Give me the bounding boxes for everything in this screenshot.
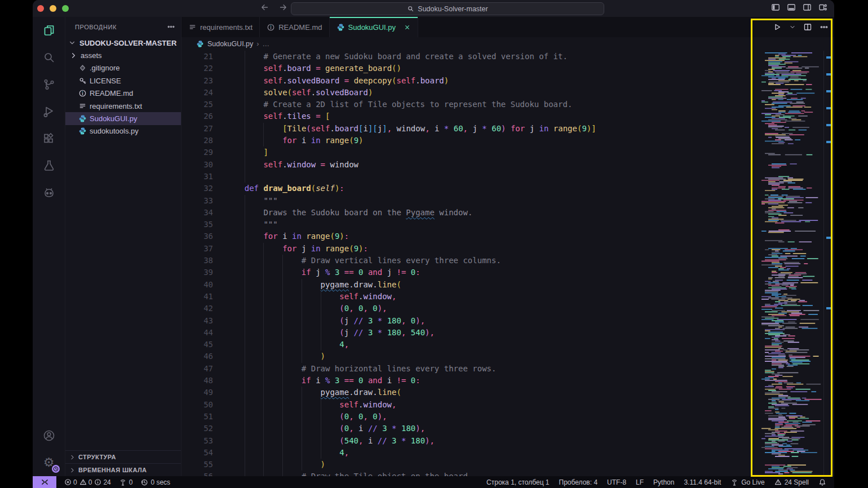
code-line-56[interactable]: 56 # Draw the Tile object on the board.: [181, 471, 755, 476]
status-item-bell[interactable]: [818, 478, 826, 486]
command-center-search[interactable]: Sudoku-Solver-master: [291, 2, 604, 15]
file-tree-item-sudokutools-py[interactable]: sudokutools.py: [65, 125, 181, 137]
file-tree-item-readme-md[interactable]: README.md: [65, 87, 181, 100]
line-content: (j // 3 * 180, 540),: [225, 327, 755, 339]
tab-sudokugui-py[interactable]: SudokuGUI.py: [330, 17, 419, 37]
code-line-27[interactable]: 27 [Tile(self.board[i][j], window, i * 6…: [181, 123, 755, 135]
minimap[interactable]: [759, 51, 824, 476]
run-icon[interactable]: [773, 23, 782, 32]
status-item-lf[interactable]: LF: [636, 478, 644, 486]
activity-account-icon[interactable]: [33, 422, 65, 449]
layout-panel-icon[interactable]: [787, 3, 796, 12]
remote-indicator-button[interactable]: [33, 476, 56, 488]
close-tab-icon[interactable]: [404, 24, 411, 31]
code-line-49[interactable]: 49 pygame.draw.line(: [181, 387, 755, 398]
code-line-25[interactable]: 25 # Create a 2D list of Tile objects to…: [181, 99, 755, 110]
status-item-python[interactable]: Python: [653, 478, 674, 486]
forward-icon[interactable]: [278, 3, 287, 12]
timer-status[interactable]: 0 secs: [140, 478, 170, 486]
code-line-41[interactable]: 41 self.window,: [181, 291, 755, 303]
code-line-52[interactable]: 52 (0, i // 3 * 180),: [181, 423, 755, 434]
minimize-window-button[interactable]: [50, 5, 56, 12]
code-line-33[interactable]: 33 """: [181, 195, 755, 207]
indent-guide: [302, 279, 302, 291]
code-line-34[interactable]: 34 Draws the Sudoku board on the Pygame …: [181, 207, 755, 219]
tab-requirements-txt[interactable]: requirements.txt: [181, 17, 260, 37]
file-tree-item-sudokugui-py[interactable]: SudokuGUI.py: [65, 112, 181, 125]
code-line-46[interactable]: 46 ): [181, 351, 755, 362]
breadcrumb[interactable]: SudokuGUI.py › …: [181, 37, 834, 51]
status-item-пробелов-4[interactable]: Пробелов: 4: [559, 478, 598, 486]
layout-sidebar-right-icon[interactable]: [803, 3, 812, 12]
back-icon[interactable]: [260, 3, 269, 12]
activity-extensions-icon[interactable]: [33, 125, 65, 152]
problems-status[interactable]: 0 0 24: [64, 478, 111, 486]
file-tree: assets.gitignoreLICENSEREADME.mdrequirem…: [65, 49, 181, 137]
status-item-строка-1-столбец-1[interactable]: Строка 1, столбец 1: [486, 478, 549, 486]
status-item-24-spell[interactable]: 24 Spell: [774, 478, 809, 486]
breadcrumb-more[interactable]: …: [262, 40, 269, 48]
activity-files-icon[interactable]: [33, 17, 65, 44]
tab-readme-md[interactable]: README.md: [260, 17, 329, 37]
code-line-45[interactable]: 45 4,: [181, 339, 755, 351]
indent-guide: [282, 255, 283, 267]
layout-customize-icon[interactable]: [818, 3, 827, 12]
zoom-window-button[interactable]: [62, 5, 69, 12]
code-line-44[interactable]: 44 (j // 3 * 180, 540),: [181, 327, 755, 339]
code-line-50[interactable]: 50 self.window,: [181, 399, 755, 411]
sidebar-section-временная-шкала[interactable]: ВРЕМЕННАЯ ШКАЛА: [65, 463, 181, 476]
explorer-title: ПРОВОДНИК: [75, 24, 117, 30]
file-tree-item-requirements-txt[interactable]: requirements.txt: [65, 100, 181, 112]
code-line-39[interactable]: 39 if j % 3 == 0 and j != 0:: [181, 267, 755, 278]
code-editor[interactable]: 21 # Generate a new Sudoku board and cre…: [181, 51, 834, 476]
code-line-23[interactable]: 23 self.solvedBoard = deepcopy(self.boar…: [181, 75, 755, 87]
tree-root-folder[interactable]: SUDOKU-SOLVER-MASTER: [65, 37, 181, 49]
code-line-40[interactable]: 40 pygame.draw.line(: [181, 279, 755, 291]
code-line-21[interactable]: 21 # Generate a new Sudoku board and cre…: [181, 51, 755, 63]
code-line-28[interactable]: 28 for i in range(9): [181, 135, 755, 147]
code-line-43[interactable]: 43 (j // 3 * 180, 0),: [181, 315, 755, 327]
sidebar-section-структура[interactable]: СТРУКТУРА: [65, 450, 181, 463]
status-item-3-11-4-64-bit[interactable]: 3.11.4 64-bit: [684, 478, 721, 486]
code-line-35[interactable]: 35 """: [181, 219, 755, 230]
code-line-48[interactable]: 48 if i % 3 == 0 and i != 0:: [181, 375, 755, 387]
activity-robot-icon[interactable]: [33, 179, 65, 206]
code-line-24[interactable]: 24 solve(self.solvedBoard): [181, 87, 755, 99]
status-item-utf-8[interactable]: UTF-8: [607, 478, 626, 486]
code-line-26[interactable]: 26 self.tiles = [: [181, 110, 755, 122]
code-line-42[interactable]: 42 (0, 0, 0),: [181, 303, 755, 314]
code-line-54[interactable]: 54 4,: [181, 447, 755, 459]
file-tree-item--gitignore[interactable]: .gitignore: [65, 62, 181, 74]
code-line-32[interactable]: 32 def draw_board(self):: [181, 183, 755, 194]
code-line-51[interactable]: 51 (0, 0, 0),: [181, 411, 755, 423]
activity-testing-icon[interactable]: [33, 152, 65, 179]
activity-search-icon[interactable]: [33, 44, 65, 71]
layout-sidebar-left-icon[interactable]: [771, 3, 780, 12]
split-editor-icon[interactable]: [803, 23, 812, 32]
breadcrumb-file[interactable]: SudokuGUI.py: [207, 40, 253, 48]
code-line-31[interactable]: 31: [181, 171, 755, 183]
code-line-37[interactable]: 37 for j in range(9):: [181, 243, 755, 255]
kebab-icon[interactable]: [820, 23, 829, 32]
chevron-down-icon[interactable]: [789, 24, 796, 30]
explorer-more-actions-icon[interactable]: [167, 23, 175, 31]
code-line-30[interactable]: 30 self.window = window: [181, 159, 755, 171]
activity-run-debug-icon[interactable]: [33, 98, 65, 125]
code-line-29[interactable]: 29 ]: [181, 147, 755, 158]
code-line-22[interactable]: 22 self.board = generate_board(): [181, 63, 755, 74]
activity-settings-gear-icon[interactable]: ⚙: [33, 449, 65, 476]
chevron-down-icon: [68, 39, 77, 47]
file-tree-item-assets[interactable]: assets: [65, 49, 181, 61]
code-line-38[interactable]: 38 # Draw vertical lines every three col…: [181, 255, 755, 267]
code-line-36[interactable]: 36 for i in range(9):: [181, 230, 755, 242]
close-window-button[interactable]: [37, 5, 44, 12]
ports-status[interactable]: 0: [119, 478, 133, 486]
code-line-53[interactable]: 53 (540, i // 3 * 180),: [181, 435, 755, 447]
file-tree-item-license[interactable]: LICENSE: [65, 74, 181, 87]
indent-guide: [245, 230, 245, 242]
status-text: Пробелов: 4: [559, 478, 598, 486]
activity-source-control-icon[interactable]: [33, 71, 65, 98]
code-line-47[interactable]: 47 # Draw horizontal lines every three r…: [181, 363, 755, 375]
code-line-55[interactable]: 55 ): [181, 459, 755, 471]
status-item-go-live[interactable]: Go Live: [730, 478, 764, 486]
